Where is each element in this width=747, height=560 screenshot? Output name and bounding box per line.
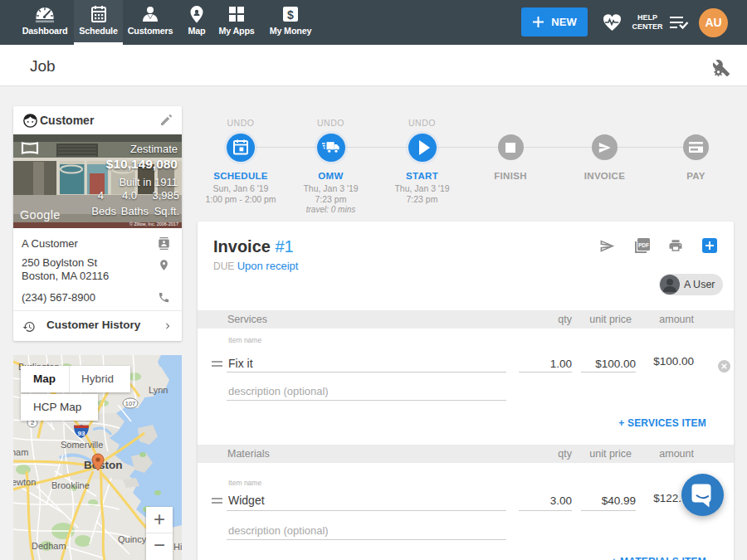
svg-text:$: $: [287, 8, 294, 22]
svg-text:Quincy: Quincy: [118, 534, 147, 544]
svg-text:Newton: Newton: [13, 477, 36, 487]
svg-text:107: 107: [125, 400, 136, 407]
svg-text:Brookline: Brookline: [51, 480, 90, 490]
svg-text:Dedham: Dedham: [32, 541, 66, 551]
svg-text:Lynn: Lynn: [149, 385, 168, 395]
svg-text:Hi: Hi: [173, 542, 182, 552]
svg-text:93: 93: [78, 430, 85, 437]
svg-text:ham: ham: [13, 447, 28, 457]
svg-text:Somerville: Somerville: [61, 440, 103, 450]
svg-text:PDF: PDF: [638, 242, 649, 248]
